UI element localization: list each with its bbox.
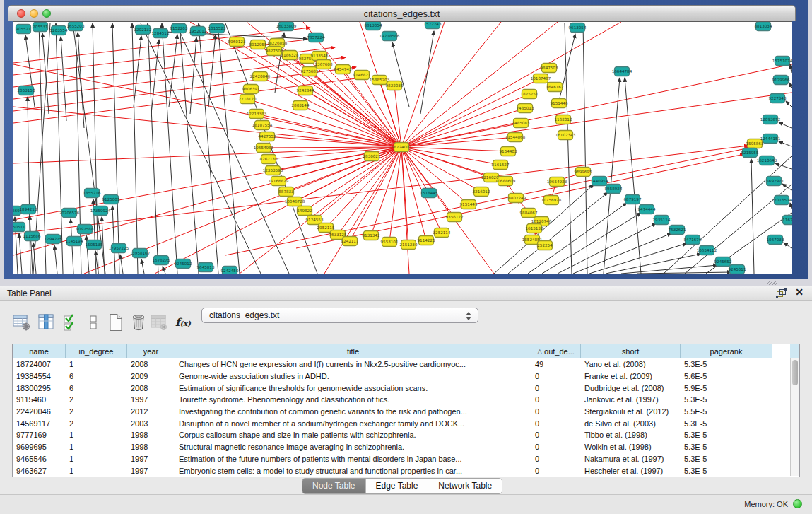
graph-node[interactable]: 19654923: [547, 177, 567, 187]
graph-node[interactable]: 16102343: [555, 131, 576, 140]
tab-node-table[interactable]: Node Table: [302, 479, 366, 493]
graph-node[interactable]: 9242450: [221, 267, 239, 274]
graph-node[interactable]: 1203554: [50, 26, 68, 35]
graph-node[interactable]: 2935114: [653, 216, 671, 225]
graph-node[interactable]: 9129966: [772, 76, 790, 85]
graph-node[interactable]: 9242844: [297, 86, 314, 95]
graph-node[interactable]: 19218586: [379, 32, 400, 41]
graph-node[interactable]: 18807249: [506, 194, 526, 203]
delete-column-icon[interactable]: [129, 313, 148, 332]
graph-node[interactable]: 9151449: [460, 200, 478, 209]
graph-node[interactable]: 9245652: [714, 257, 732, 267]
graph-node[interactable]: 9822035: [386, 81, 404, 90]
graph-node[interactable]: 15751074: [772, 57, 792, 66]
close-panel-icon[interactable]: ✕: [795, 286, 804, 298]
function-builder-icon[interactable]: f(x): [175, 313, 196, 332]
table-row[interactable]: 1830029562008Estimation of significance …: [13, 382, 799, 394]
graph-node[interactable]: 9245011: [729, 265, 746, 274]
graph-node[interactable]: 12213383: [247, 110, 267, 119]
table-row[interactable]: 1872400712008Changes of HCN gene express…: [13, 358, 799, 370]
graph-node[interactable]: 18107554: [252, 121, 273, 130]
graph-node[interactable]: 1145194: [66, 237, 83, 246]
graph-node[interactable]: 9699695: [575, 168, 592, 177]
tab-edge-table[interactable]: Edge Table: [366, 479, 429, 493]
column-header-in_degree[interactable]: in_degree: [66, 344, 127, 358]
graph-node[interactable]: 7485013: [517, 104, 534, 113]
graph-node[interactable]: 1655203: [67, 22, 85, 31]
show-columns-icon[interactable]: [37, 313, 57, 332]
graph-node[interactable]: 2151230: [400, 240, 418, 250]
graph-node[interactable]: 1115686: [23, 232, 41, 241]
graph-node[interactable]: 9154403: [500, 147, 517, 156]
graph-node[interactable]: 9356122: [446, 213, 464, 222]
graph-node[interactable]: 7485083: [512, 119, 530, 128]
graph-node[interactable]: 2367608: [315, 60, 333, 69]
graph-node[interactable]: 252254: [537, 241, 553, 250]
graph-node[interactable]: 1162012: [555, 115, 572, 124]
graph-node[interactable]: 10756928: [541, 196, 562, 205]
graph-node[interactable]: 1646162: [546, 83, 564, 92]
graph-node[interactable]: 9645013: [197, 263, 215, 272]
graph-node[interactable]: 905521: [16, 25, 31, 34]
network-window-titlebar[interactable]: citations_edges.txt: [8, 5, 796, 21]
column-header-year[interactable]: year: [127, 344, 175, 358]
graph-node[interactable]: 1518445: [420, 189, 438, 198]
graph-node[interactable]: 2803144: [292, 101, 310, 110]
graph-node[interactable]: 1894213: [20, 205, 37, 214]
splitter-grip-icon[interactable]: [767, 281, 777, 285]
graph-node[interactable]: 1505135: [86, 240, 103, 250]
graph-node[interactable]: 8267130: [260, 155, 278, 164]
graph-node[interactable]: 10107487: [531, 74, 551, 83]
column-header-out_de[interactable]: △out_de...: [531, 344, 581, 358]
graph-node[interactable]: 2053150: [18, 86, 35, 95]
graph-node[interactable]: 12444151: [760, 134, 781, 144]
graph-node[interactable]: 9847503: [541, 64, 558, 73]
graph-node[interactable]: 9245012: [175, 259, 192, 269]
column-header-pagerank[interactable]: pagerank: [681, 344, 772, 358]
graph-node[interactable]: 887833: [278, 187, 294, 197]
graph-node[interactable]: 16644784: [612, 67, 632, 76]
graph-node[interactable]: 12353593: [263, 166, 283, 175]
graph-node[interactable]: 8161627: [492, 160, 510, 170]
table-row[interactable]: 1938455462009Genome-wide association stu…: [13, 370, 799, 382]
graph-node[interactable]: 22420046: [250, 72, 271, 81]
graph-node[interactable]: 1294275: [45, 235, 62, 244]
graph-node[interactable]: 17016504: [772, 196, 792, 205]
table-row[interactable]: 946362711997Embryonic stem cells: a mode…: [13, 465, 799, 477]
graph-node[interactable]: 3202132: [134, 25, 152, 35]
tab-network-table[interactable]: Network Table: [428, 479, 502, 493]
network-canvas[interactable]: 1872400789601238912955182260589827503818…: [13, 21, 792, 274]
table-row[interactable]: 946554611997Estimation of the future num…: [13, 453, 799, 465]
graph-node[interactable]: 7857224: [307, 33, 325, 42]
graph-node[interactable]: 19654985: [254, 144, 274, 153]
graph-node[interactable]: 8813034: [755, 22, 772, 31]
column-header-title[interactable]: title: [175, 344, 531, 358]
graph-node[interactable]: 1440954: [591, 177, 608, 186]
table-settings-icon[interactable]: [12, 313, 32, 332]
graph-node[interactable]: 17957225: [109, 244, 129, 253]
select-all-icon[interactable]: [61, 313, 81, 332]
graph-node[interactable]: 9242117: [341, 237, 359, 246]
table-row[interactable]: 977716911998Corpus callosum shape and si…: [13, 429, 799, 441]
graph-node[interactable]: 10046728: [285, 197, 305, 206]
graph-node[interactable]: 8131342: [363, 231, 380, 240]
graph-node[interactable]: 4427552: [259, 132, 276, 141]
graph-node[interactable]: 9151446: [551, 99, 568, 108]
graph-node[interactable]: 1284512: [152, 29, 170, 38]
graph-node[interactable]: 9806391: [242, 85, 260, 94]
graph-node[interactable]: 8471676: [684, 235, 702, 245]
column-header-name[interactable]: name: [13, 344, 66, 358]
create-column-icon[interactable]: [106, 313, 126, 332]
graph-node[interactable]: 3252114: [433, 228, 451, 238]
graph-node[interactable]: 20206576: [59, 209, 80, 218]
table-row[interactable]: 2242004622012Investigating the contribut…: [13, 406, 799, 418]
graph-node[interactable]: 8813054: [365, 22, 382, 30]
graph-node[interactable]: 9152203: [170, 24, 188, 33]
graph-node[interactable]: 15692971: [764, 177, 784, 186]
graph-node[interactable]: 9227343: [769, 94, 787, 103]
graph-node[interactable]: 9884067: [520, 209, 538, 218]
graph-node[interactable]: 3216012: [473, 187, 490, 197]
graph-node[interactable]: 1572243: [424, 22, 442, 29]
graph-node[interactable]: 1855216: [83, 189, 101, 198]
graph-node[interactable]: 8958924: [605, 185, 623, 194]
